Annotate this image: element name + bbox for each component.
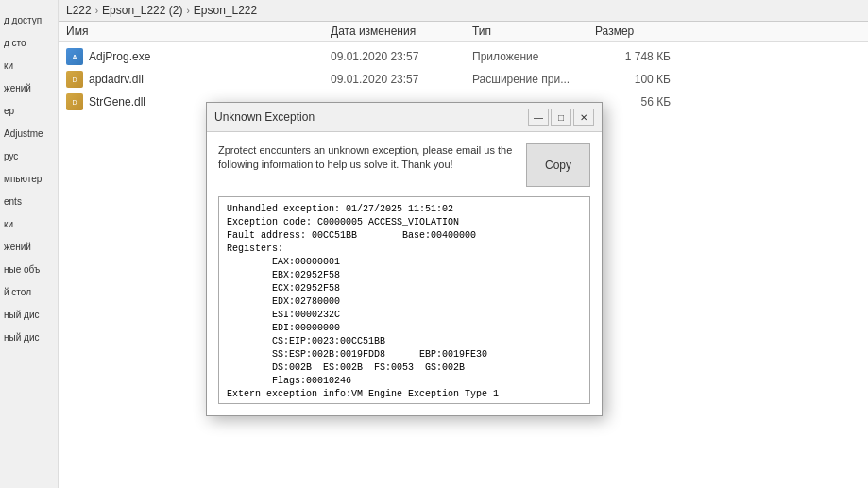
sidebar-item-er[interactable]: ер bbox=[0, 100, 58, 123]
sidebar: д доступ д сто ки жений ер Adjustme рус … bbox=[0, 0, 59, 488]
dialog-content: Zprotect encounters an unknown exception… bbox=[207, 132, 602, 415]
file-date: 09.01.2020 23:57 bbox=[331, 50, 472, 63]
breadcrumb: L222 › Epson_L222 (2) › Epson_L222 bbox=[59, 0, 868, 22]
maximize-button[interactable]: □ bbox=[551, 109, 571, 126]
close-button[interactable]: ✕ bbox=[573, 109, 594, 126]
sidebar-item-disk2[interactable]: ный дис bbox=[0, 327, 58, 349]
col-header-name[interactable]: Имя bbox=[66, 25, 331, 38]
exception-textbox[interactable] bbox=[219, 197, 589, 403]
sidebar-item-adjust[interactable]: Adjustme bbox=[0, 123, 58, 145]
col-header-date[interactable]: Дата изменения bbox=[331, 25, 472, 38]
exception-textbox-wrapper bbox=[218, 196, 590, 404]
sidebar-item-disk1[interactable]: ный дис bbox=[0, 304, 58, 327]
breadcrumb-sep-2: › bbox=[186, 6, 189, 16]
dialog-controls: — □ ✕ bbox=[528, 109, 594, 126]
sidebar-item-rus[interactable]: рус bbox=[0, 145, 58, 168]
file-size: 100 КБ bbox=[595, 73, 689, 86]
sidebar-item-ki[interactable]: ки bbox=[0, 55, 58, 77]
dialog-top-row: Zprotect encounters an unknown exception… bbox=[218, 143, 590, 187]
sidebar-item-desktop[interactable]: й стол bbox=[0, 281, 58, 304]
sidebar-item-sto[interactable]: д сто bbox=[0, 32, 58, 55]
sidebar-item-ents[interactable]: ents bbox=[0, 191, 58, 213]
file-icon-dll: D bbox=[66, 71, 83, 88]
file-size: 1 748 КБ bbox=[595, 50, 689, 63]
file-icon-dll-2: D bbox=[66, 93, 83, 110]
copy-button[interactable]: Copy bbox=[526, 143, 590, 187]
breadcrumb-part-2[interactable]: Epson_L222 (2) bbox=[102, 4, 182, 17]
col-header-size[interactable]: Размер bbox=[595, 25, 689, 38]
file-icon-exe: A bbox=[66, 48, 83, 65]
file-name: AdjProg.exe bbox=[89, 50, 331, 63]
sidebar-item-access[interactable]: д доступ bbox=[0, 9, 58, 32]
file-name: apdadrv.dll bbox=[89, 73, 331, 86]
column-headers: Имя Дата изменения Тип Размер bbox=[59, 22, 868, 42]
sidebar-item-zheniy[interactable]: жений bbox=[0, 77, 58, 100]
dialog-titlebar: Unknown Exception — □ ✕ bbox=[207, 103, 602, 132]
sidebar-item-objects[interactable]: ные объ bbox=[0, 259, 58, 281]
file-size: 56 КБ bbox=[595, 95, 689, 109]
sidebar-item-ki2[interactable]: ки bbox=[0, 213, 58, 236]
breadcrumb-part-3[interactable]: Epson_L222 bbox=[194, 4, 257, 17]
file-type: Расширение при... bbox=[472, 73, 595, 86]
breadcrumb-sep-1: › bbox=[95, 6, 98, 16]
table-row[interactable]: D apdadrv.dll 09.01.2020 23:57 Расширени… bbox=[59, 68, 868, 91]
sidebar-item-computer[interactable]: мпьютер bbox=[0, 168, 58, 191]
exception-dialog: Unknown Exception — □ ✕ Zprotect encount… bbox=[206, 102, 603, 416]
minimize-button[interactable]: — bbox=[528, 109, 549, 126]
dialog-message: Zprotect encounters an unknown exception… bbox=[218, 143, 517, 173]
breadcrumb-part-1[interactable]: L222 bbox=[66, 4, 92, 17]
col-header-type[interactable]: Тип bbox=[472, 25, 595, 38]
sidebar-item-zheniy2[interactable]: жений bbox=[0, 236, 58, 259]
file-type: Приложение bbox=[472, 50, 595, 63]
file-date: 09.01.2020 23:57 bbox=[331, 73, 472, 86]
dialog-title: Unknown Exception bbox=[214, 110, 315, 124]
table-row[interactable]: A AdjProg.exe 09.01.2020 23:57 Приложени… bbox=[59, 45, 868, 68]
